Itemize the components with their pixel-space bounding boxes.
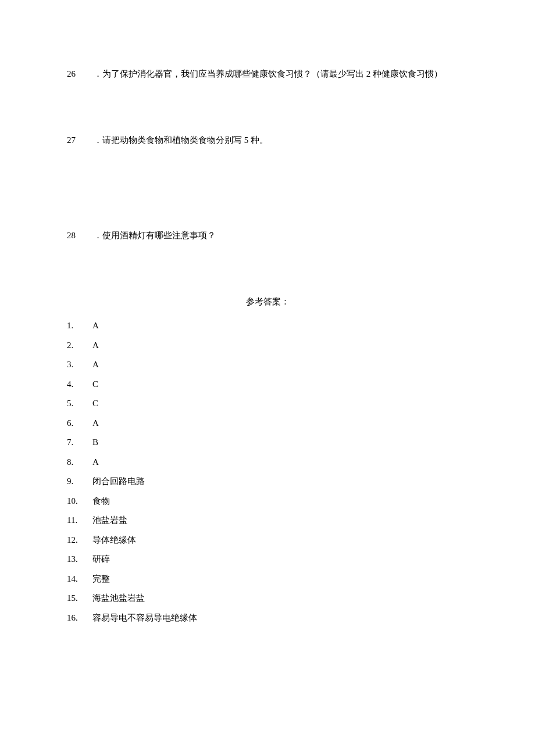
answer-value: A [92,358,99,371]
question-26: 26 ．为了保护消化器官，我们应当养成哪些健康饮食习惯？（请最少写出 2 种健康… [67,67,468,81]
answer-number: 1. [67,319,88,332]
question-number: 27 [67,133,84,147]
answer-value: 闭合回路电路 [92,475,145,488]
answer-item: 5. C [67,397,468,410]
answer-item: 10. 食物 [67,495,468,508]
answer-title: 参考答案： [67,295,468,309]
answer-value: A [92,319,99,332]
answer-value: 海盐池盐岩盐 [92,592,145,605]
answer-item: 6. A [67,417,468,430]
answer-number: 9. [67,475,88,488]
answer-item: 16. 容易导电不容易导电绝缘体 [67,611,468,625]
question-text: ．使用酒精灯有哪些注意事项？ [94,228,216,242]
answer-value: 研碎 [92,553,110,566]
answer-value: 导体绝缘体 [92,533,136,547]
answer-item: 7. B [67,436,468,449]
answer-list: 1. A 2. A 3. A 4. C 5. C 6. A 7. B 8. A … [67,319,468,624]
question-27: 27 ．请把动物类食物和植物类食物分别写 5 种。 [67,133,468,147]
answer-number: 14. [67,572,88,586]
answer-item: 15. 海盐池盐岩盐 [67,592,468,605]
answer-number: 5. [67,397,88,410]
answer-number: 2. [67,339,88,352]
question-28: 28 ．使用酒精灯有哪些注意事项？ [67,228,468,242]
answer-value: C [92,378,98,391]
answer-number: 3. [67,358,88,371]
answer-value: B [92,436,98,449]
answer-value: 完整 [92,572,110,586]
answer-item: 8. A [67,456,468,469]
answer-number: 13. [67,553,88,566]
answer-item: 2. A [67,339,468,352]
answer-item: 1. A [67,319,468,332]
answer-number: 11. [67,514,88,527]
answer-value: A [92,339,99,352]
answer-value: A [92,417,99,430]
answer-item: 3. A [67,358,468,371]
answer-number: 6. [67,417,88,430]
answer-item: 14. 完整 [67,572,468,586]
answer-item: 9. 闭合回路电路 [67,475,468,488]
answer-number: 12. [67,533,88,547]
answer-item: 4. C [67,378,468,391]
answer-value: 池盐岩盐 [92,514,127,527]
answer-value: 食物 [92,495,110,508]
answer-item: 11. 池盐岩盐 [67,514,468,527]
answer-value: 容易导电不容易导电绝缘体 [92,611,197,625]
question-text: ．为了保护消化器官，我们应当养成哪些健康饮食习惯？（请最少写出 2 种健康饮食习… [94,67,468,81]
answer-value: C [92,397,98,410]
answer-number: 16. [67,611,88,625]
answer-number: 15. [67,592,88,605]
answer-number: 4. [67,378,88,391]
answer-number: 8. [67,456,88,469]
question-text: ．请把动物类食物和植物类食物分别写 5 种。 [94,133,268,147]
answer-number: 10. [67,495,88,508]
answer-value: A [92,456,99,469]
answer-number: 7. [67,436,88,449]
question-number: 28 [67,228,84,242]
question-number: 26 [67,67,84,81]
answer-item: 13. 研碎 [67,553,468,566]
answer-item: 12. 导体绝缘体 [67,533,468,547]
